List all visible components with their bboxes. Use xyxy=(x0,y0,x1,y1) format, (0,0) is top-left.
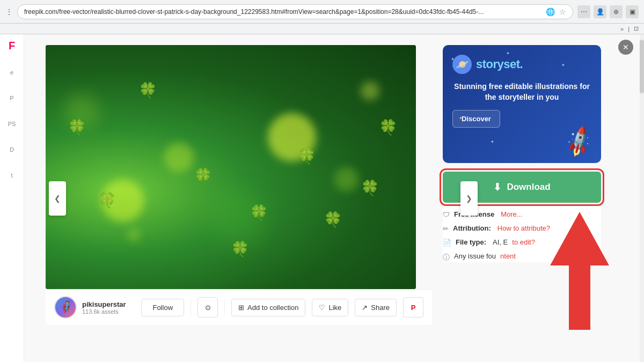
star-4: ✦ xyxy=(459,116,463,121)
layers-button[interactable]: ⊙ xyxy=(197,297,218,317)
clover-9: 🍀 xyxy=(231,240,250,258)
sidebar-item-2[interactable]: PS xyxy=(2,114,21,134)
avatar: 🦸 xyxy=(54,296,77,319)
storyset-ad: ✦ ✦ ✦ ✦ ✦ 🪐 storyset. Stunning free edit… xyxy=(443,45,601,163)
follow-button[interactable]: Follow xyxy=(141,299,184,316)
sidebar-item-3[interactable]: D xyxy=(2,140,21,159)
attribution-row: ✏ Attribution: How to attribute? xyxy=(443,224,601,233)
file-type-label: File type: xyxy=(456,238,486,246)
clover-10: 🍀 xyxy=(138,82,157,99)
star-1: ✦ xyxy=(451,57,455,62)
clover-2: 🍀 xyxy=(98,191,116,209)
close-icon: ✕ xyxy=(623,43,629,51)
share-label: Share xyxy=(371,304,390,312)
sidebar-item-1[interactable]: P xyxy=(2,88,21,108)
attribution-icon: ✏ xyxy=(443,225,449,233)
pinterest-button[interactable]: P xyxy=(403,297,423,317)
prev-arrow[interactable]: ❮ xyxy=(49,181,66,216)
creator-assets: 113.6k assets xyxy=(82,308,126,315)
star-2: ✦ xyxy=(506,51,510,56)
clover-4: 🍀 xyxy=(250,204,268,221)
report-link[interactable]: ntent xyxy=(500,252,516,260)
file-type-value: AI, E xyxy=(493,238,508,246)
bookmark-icon[interactable]: ☆ xyxy=(559,8,566,16)
divider-2 xyxy=(224,299,225,315)
shield-icon: 🛡 xyxy=(443,211,450,219)
sidebar-item-4[interactable]: t xyxy=(2,166,21,185)
star-5: ✦ xyxy=(491,139,494,144)
scroll-thumb[interactable] xyxy=(640,40,644,93)
more-btn[interactable]: ⊕ xyxy=(610,5,623,18)
image-action-bar: 🦸 pikisuperstar 113.6k assets Follow ⊙ xyxy=(46,289,432,325)
pinterest-icon: P xyxy=(411,304,416,312)
file-icon: 📄 xyxy=(443,239,451,247)
attribution-label: Attribution: xyxy=(453,224,491,232)
add-collection-icon: ⊞ xyxy=(238,304,244,312)
clover-6: 🍀 xyxy=(324,211,342,228)
star-3: ✦ xyxy=(561,63,565,68)
clover-1: 🍀 xyxy=(68,119,86,136)
creator-name: pikisuperstar xyxy=(82,300,126,308)
like-button[interactable]: ♡ Like xyxy=(312,299,348,316)
address-text: freepik.com/free-vector/realistic-blurre… xyxy=(24,8,541,16)
close-button[interactable]: ✕ xyxy=(618,40,633,55)
more-link[interactable]: More... xyxy=(501,210,522,218)
like-label: Like xyxy=(328,304,341,312)
browser-menu-icon[interactable]: ⋮ xyxy=(5,8,13,16)
share-icon: ↗ xyxy=(362,304,368,312)
ext-panel-icon: ⊡ xyxy=(634,25,639,32)
share-button[interactable]: ↗ Share xyxy=(355,299,397,316)
image-section: 🍀 🍀 🍀 🍀 🍀 🍀 🍀 🍀 🍀 🍀 xyxy=(46,45,432,325)
page-container: F e P PS D t ✕ ❮ ❯ xyxy=(0,34,644,362)
ext-icon: | xyxy=(628,26,630,32)
bokeh-background: 🍀 🍀 🍀 🍀 🍀 🍀 🍀 🍀 🍀 🍀 xyxy=(46,45,416,289)
sidebar: F e P PS D t xyxy=(0,34,24,362)
filetype-row: 📄 File type: AI, E to edit? xyxy=(443,238,601,247)
heart-icon: ♡ xyxy=(319,304,325,312)
how-to-edit-link[interactable]: to edit? xyxy=(512,238,535,246)
attribution-link[interactable]: How to attribute? xyxy=(497,224,550,232)
clover-7: 🍀 xyxy=(361,179,379,197)
info-icon: ⓘ xyxy=(443,253,450,262)
browser-chrome: ⋮ freepik.com/free-vector/realistic-blur… xyxy=(0,0,644,24)
clover-3: 🍀 xyxy=(194,167,213,185)
main-content: ✕ ❮ ❯ xyxy=(24,34,644,362)
sidebar-item-0[interactable]: e xyxy=(2,63,21,82)
browser-ext-row: » | ⊡ xyxy=(0,24,644,34)
main-image: 🍀 🍀 🍀 🍀 🍀 🍀 🍀 🍀 🍀 🍀 xyxy=(46,45,416,289)
download-icon: ⬇ xyxy=(493,181,501,193)
clover-8: 🍀 xyxy=(379,119,398,136)
download-label: Download xyxy=(507,182,550,193)
layers-icon: ⊙ xyxy=(205,304,211,312)
sidebar-btn[interactable]: ▣ xyxy=(626,5,639,18)
ext-expand[interactable]: » xyxy=(620,26,624,32)
creator-details: pikisuperstar 113.6k assets xyxy=(82,300,126,315)
add-collection-label: Add to collection xyxy=(247,304,298,312)
left-arrow-icon: ❮ xyxy=(54,194,61,203)
browser-actions: ⋯ 👤 ⊕ ▣ xyxy=(577,5,639,18)
issue-row: ⓘ Any issue fou ntent xyxy=(443,252,601,262)
translate-icon: 🌐 xyxy=(546,8,555,16)
clover-5: 🍀 xyxy=(297,147,316,165)
any-issue-label: Any issue fou xyxy=(454,252,496,260)
add-collection-button[interactable]: ⊞ Add to collection xyxy=(231,299,305,316)
address-bar[interactable]: freepik.com/free-vector/realistic-blurre… xyxy=(17,4,573,19)
next-arrow[interactable]: ❯ xyxy=(460,181,478,216)
divider-1 xyxy=(191,299,191,315)
profile-btn[interactable]: 👤 xyxy=(594,5,606,18)
image-viewer: 🍀 🍀 🍀 🍀 🍀 🍀 🍀 🍀 🍀 🍀 xyxy=(24,34,644,325)
creator-info: 🦸 pikisuperstar 113.6k assets xyxy=(54,296,135,319)
extensions-btn[interactable]: ⋯ xyxy=(577,5,590,18)
right-arrow-icon: ❯ xyxy=(466,194,472,203)
scrollbar[interactable] xyxy=(640,34,644,362)
sidebar-logo: F xyxy=(9,40,15,52)
